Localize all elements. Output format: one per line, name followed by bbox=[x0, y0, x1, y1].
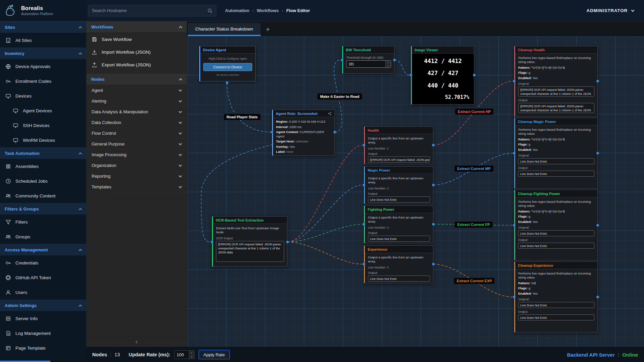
node-cleanup-magic-power[interactable]: Cleanup Magic Power Performs live regex-… bbox=[514, 118, 598, 189]
node-cleanup-health[interactable]: Cleanup Health Performs live regex-based… bbox=[514, 46, 598, 117]
horizontal-scrollbar[interactable] bbox=[0, 361, 50, 362]
connect-to-device-button[interactable]: Connect to Device bbox=[203, 63, 252, 71]
workflows-header-label: Workflows bbox=[91, 24, 113, 29]
spinner-down-icon[interactable]: ▼ bbox=[386, 64, 391, 67]
original-value[interactable]: Line Does Not Exist bbox=[518, 302, 594, 308]
output-value[interactable]: Line Does Not Exist bbox=[368, 196, 430, 202]
node-category-alerting[interactable]: Alerting bbox=[86, 96, 187, 107]
spinner-up-icon[interactable]: ▲ bbox=[386, 61, 391, 64]
output-value[interactable]: [ERROR] OCR API request failed: JSON.par… bbox=[518, 103, 594, 113]
import-workflow-button[interactable]: Import Workflow (JSON) bbox=[86, 46, 187, 58]
sidebar-section-task-automation[interactable]: Task Automation bbox=[0, 147, 86, 159]
sidebar-item-devices[interactable]: Devices bbox=[0, 88, 86, 103]
spinner-up-icon[interactable]: ▲ bbox=[189, 351, 194, 355]
sidebar-section-admin-settings[interactable]: Admin Settings bbox=[0, 300, 86, 311]
flow-canvas[interactable]: Device Agent Right-Click to Configure Ag… bbox=[187, 36, 644, 347]
people-icon bbox=[5, 193, 11, 199]
top-bar: Borealis Automation Platform Automation … bbox=[0, 0, 644, 21]
nodes-count-label: Nodes bbox=[92, 352, 107, 357]
sidebar-item-enrollment-codes[interactable]: Enrollment Codes bbox=[0, 74, 86, 88]
output-value[interactable]: Line Does Not Exist bbox=[368, 276, 430, 282]
export-workflow-button[interactable]: Export Workflow (JSON) bbox=[86, 58, 187, 71]
brand[interactable]: Borealis Automation Platform bbox=[0, 0, 86, 21]
breadcrumb-workflows[interactable]: Workflows bbox=[257, 8, 279, 13]
node-cleanup-experience[interactable]: Cleanup Experience Performs live regex-b… bbox=[514, 261, 598, 333]
nodes-header[interactable]: Nodes bbox=[86, 74, 187, 85]
sidebar-item-page-template[interactable]: Page Template bbox=[0, 341, 86, 355]
node-magic-power[interactable]: Magic Power Output a specific line from … bbox=[364, 166, 433, 204]
hostname-search[interactable] bbox=[88, 5, 216, 16]
node-agent-screenshot[interactable]: Agent Role: Screenshot Region: X:200 Y:4… bbox=[272, 110, 335, 156]
filter-icon bbox=[5, 219, 11, 225]
node-category-templates[interactable]: Templates bbox=[86, 182, 187, 192]
collapse-panel-button[interactable]: ‹ bbox=[86, 336, 187, 347]
threshold-input[interactable] bbox=[346, 61, 385, 67]
monitor-icon bbox=[5, 93, 11, 99]
sidebar-item-all-sites[interactable]: All Sites bbox=[0, 33, 86, 48]
item-label: Community Content bbox=[15, 193, 55, 198]
sidebar-section-inventory[interactable]: Inventory bbox=[0, 48, 86, 59]
node-health[interactable]: Health Output a specific line from an up… bbox=[364, 126, 433, 164]
node-category-image-processing[interactable]: Image Processing bbox=[86, 149, 187, 160]
sidebar-item-server-info[interactable]: Server Info bbox=[0, 311, 86, 326]
node-image-viewer[interactable]: Image Viewer 4412 / 4412 427 / 427 440 /… bbox=[411, 46, 474, 105]
category-label: Reporting bbox=[92, 174, 110, 179]
sidebar-item-users[interactable]: Users bbox=[0, 285, 86, 300]
edge-label-extract-current-mp: Extract Current MP bbox=[454, 166, 493, 172]
sidebar-item-groups[interactable]: Groups bbox=[0, 229, 86, 244]
output-value[interactable]: [ERROR] OCR API request failed: JSON.par bbox=[368, 157, 430, 163]
node-bw-threshold[interactable]: BW Threshold Threshold Strength (0–255):… bbox=[342, 46, 394, 74]
original-value[interactable]: Line Does Not Exist bbox=[518, 230, 594, 236]
sidebar-item-agent-devices[interactable]: Agent Devices bbox=[0, 103, 86, 118]
sidebar-section-access-management[interactable]: Access Management bbox=[0, 244, 86, 255]
sidebar-item-community-content[interactable]: Community Content bbox=[0, 188, 86, 203]
output-value[interactable]: Line Does Not Exist bbox=[368, 236, 430, 242]
output-value[interactable]: Line Does Not Exist bbox=[518, 243, 594, 249]
original-value[interactable]: [ERROR] OCR API request failed: JSON.par… bbox=[518, 86, 594, 97]
sidebar-item-credentials[interactable]: Credentials bbox=[0, 255, 86, 270]
node-category-data-analysis[interactable]: Data Analysis & Manipulation bbox=[86, 107, 187, 117]
tab-character-status-breakdown[interactable]: Character Status Breakdown bbox=[188, 23, 261, 36]
key-icon bbox=[5, 78, 11, 84]
line-number-label: Line Number: 2 bbox=[368, 187, 430, 190]
breadcrumb-automation[interactable]: Automation bbox=[225, 8, 249, 13]
sidebar-item-log-management[interactable]: Log Management bbox=[0, 326, 86, 341]
output-value[interactable]: Line Does Not Exist bbox=[518, 171, 594, 177]
sidebar-section-filters-groups[interactable]: Filters & Groups bbox=[0, 203, 86, 215]
search-input[interactable] bbox=[92, 8, 207, 13]
sidebar-item-filters[interactable]: Filters bbox=[0, 215, 86, 229]
update-rate-input[interactable] bbox=[175, 352, 189, 357]
sidebar-section-sites[interactable]: Sites bbox=[0, 21, 86, 33]
workflows-header[interactable]: Workflows bbox=[86, 21, 187, 33]
node-category-agent[interactable]: Agent bbox=[86, 85, 187, 96]
original-value[interactable]: Line Does Not Exist bbox=[518, 158, 594, 164]
sidebar-item-winrm-devices[interactable]: WinRM Devices bbox=[0, 133, 86, 147]
share-icon[interactable] bbox=[328, 112, 332, 116]
apply-rate-button[interactable]: Apply Rate bbox=[199, 350, 230, 359]
new-tab-button[interactable]: + bbox=[261, 23, 275, 36]
node-fighting-power[interactable]: Fighting Power Output a specific line fr… bbox=[364, 205, 433, 243]
output-value[interactable]: Line Does Not Exist bbox=[518, 314, 594, 320]
node-category-data-collection[interactable]: Data Collection bbox=[86, 117, 187, 128]
node-experience[interactable]: Experience Output a specific line from a… bbox=[364, 245, 433, 283]
sidebar-item-assemblies[interactable]: Assemblies bbox=[0, 159, 86, 174]
sidebar-item-scheduled-jobs[interactable]: Scheduled Jobs bbox=[0, 174, 86, 188]
category-label: Templates bbox=[92, 184, 111, 189]
node-category-reporting[interactable]: Reporting bbox=[86, 171, 187, 182]
node-cleanup-fighting-power[interactable]: Cleanup Fighting Power Performs live reg… bbox=[514, 190, 598, 260]
sidebar-item-github-api-token[interactable]: GitHub API Token bbox=[0, 270, 86, 285]
ocr-output-value[interactable]: [ERROR] OCR API request failed: JSON.par… bbox=[216, 241, 284, 262]
field-label: Overlay: bbox=[276, 145, 289, 148]
sidebar-item-ssh-devices[interactable]: SSH Devices bbox=[0, 118, 86, 133]
node-device-agent[interactable]: Device Agent Right-Click to Configure Ag… bbox=[199, 46, 256, 81]
save-workflow-button[interactable]: Save Workflow bbox=[86, 33, 187, 46]
node-category-general-purpose[interactable]: General Purpose bbox=[86, 139, 187, 149]
administrator-menu[interactable]: ADMINISTRATOR bbox=[587, 8, 634, 13]
output-label: Output: bbox=[518, 310, 594, 313]
sidebar-item-device-approvals[interactable]: Device Approvals bbox=[0, 59, 86, 74]
node-category-organization[interactable]: Organization bbox=[86, 160, 187, 171]
node-category-flow-control[interactable]: Flow Control bbox=[86, 128, 187, 139]
screenshot-label: Label: none bbox=[276, 150, 331, 154]
spinner-down-icon[interactable]: ▼ bbox=[189, 355, 194, 359]
node-ocr-text-extraction[interactable]: OCR-Based Text Extraction Extract Multi-… bbox=[212, 216, 287, 267]
